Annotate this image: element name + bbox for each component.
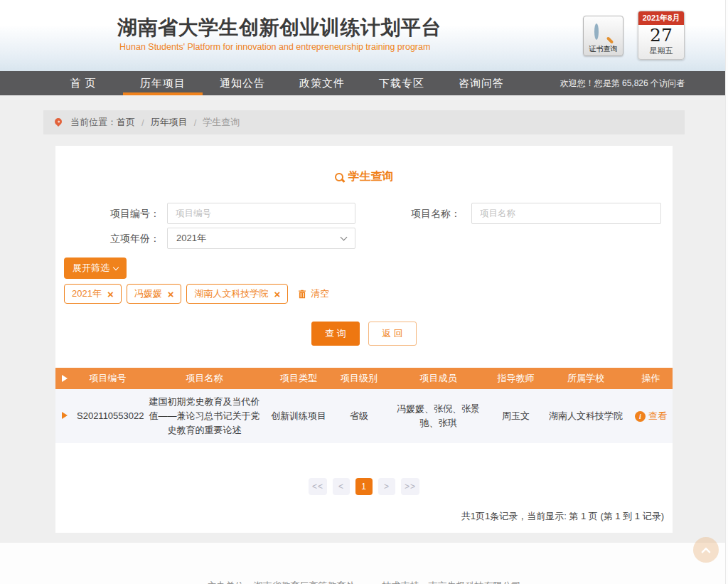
cell-advisor: 周玉文: [489, 389, 542, 443]
pagination-next[interactable]: >: [378, 478, 395, 495]
filter-tags: 2021年 × 冯媛媛 × 湖南人文科技学院 × 清空: [64, 284, 673, 304]
chevron-down-icon: [341, 234, 348, 241]
trash-icon: [297, 289, 307, 299]
calendar-widget: 2021年8月 27 星期五: [638, 11, 685, 60]
header-widgets: 证书查询 2021年8月 27 星期五: [583, 11, 685, 60]
calendar-weekday: 星期五: [638, 46, 684, 59]
expand-filter-label: 展开筛选: [73, 262, 109, 275]
col-project-level: 项目级别: [331, 368, 387, 389]
footer-host: 主办单位：湖南省教育厅高等教育处: [208, 580, 355, 584]
table-row: S202110553022 建国初期党史教育及当代价值——兼论习总书记关于党史教…: [55, 389, 673, 443]
cell-project-level: 省级: [331, 389, 387, 443]
page-background: 当前位置： 首页 / 历年项目 / 学生查询 学生查询 项目编号： 项目名称： …: [0, 95, 728, 543]
pagination-prev[interactable]: <: [333, 478, 350, 495]
back-button[interactable]: 返 回: [368, 322, 417, 346]
breadcrumb-past-projects[interactable]: 历年项目: [151, 116, 188, 129]
close-icon[interactable]: ×: [274, 290, 280, 299]
magnifier-icon: [594, 26, 613, 44]
close-icon[interactable]: ×: [168, 290, 174, 299]
breadcrumb-separator: /: [194, 117, 197, 128]
breadcrumb-current: 学生查询: [203, 116, 240, 129]
chevron-down-icon: [113, 265, 119, 270]
filter-tag-label: 冯媛媛: [134, 287, 162, 300]
year-select[interactable]: 2021年: [167, 228, 355, 249]
record-summary: 共1页1条记录，当前显示: 第 1 页 (第 1 到 1 记录): [55, 510, 673, 523]
expand-column-header: [55, 368, 73, 389]
triangle-right-icon: [62, 375, 68, 382]
breadcrumb-home[interactable]: 首页: [117, 116, 135, 129]
clear-filters-label: 清空: [311, 287, 329, 300]
filter-tag-label: 2021年: [72, 287, 102, 300]
breadcrumb-prefix: 当前位置：: [70, 116, 117, 129]
nav-item-qa[interactable]: 咨询问答: [441, 71, 521, 95]
back-to-top-button[interactable]: [693, 537, 719, 563]
calendar-month: 2021年8月: [638, 11, 684, 25]
col-actions: 操作: [629, 368, 673, 389]
view-detail-link[interactable]: i 查看: [635, 409, 667, 423]
project-no-input[interactable]: [167, 203, 355, 224]
table-header-row: 项目编号 项目名称 项目类型 项目级别 项目成员 指导教师 所属学校 操作: [55, 368, 673, 389]
project-no-label: 项目编号：: [55, 203, 160, 224]
year-select-value: 2021年: [176, 232, 206, 245]
project-name-label: 项目名称：: [355, 203, 461, 224]
page-scrollbar[interactable]: [725, 0, 728, 584]
clear-filters-button[interactable]: 清空: [297, 287, 329, 300]
main-nav: 首 页 历年项目 通知公告 政策文件 下载专区 咨询问答 欢迎您！您是第 65,…: [0, 71, 728, 95]
pagination-page-1[interactable]: 1: [355, 478, 373, 495]
map-pin-icon: [53, 116, 63, 126]
cell-project-name: 建国初期党史教育及当代价值——兼论习总书记关于党史教育的重要论述: [142, 389, 267, 443]
col-school: 所属学校: [542, 368, 629, 389]
pagination-last[interactable]: >>: [401, 478, 419, 495]
query-button[interactable]: 查 询: [311, 322, 360, 346]
nav-item-notices[interactable]: 通知公告: [203, 71, 282, 95]
nav-item-home[interactable]: 首 页: [43, 71, 123, 95]
nav-item-past-projects[interactable]: 历年项目: [123, 71, 203, 95]
form-actions: 查 询 返 回: [55, 322, 673, 346]
breadcrumb-separator: /: [141, 117, 144, 128]
filter-tag-student[interactable]: 冯媛媛 ×: [127, 284, 182, 304]
chevron-up-icon: [701, 546, 711, 556]
nav-item-downloads[interactable]: 下载专区: [362, 71, 441, 95]
cell-project-members: 冯媛媛、张倪、张景驰、张琪: [387, 389, 489, 443]
info-circle-icon: i: [635, 411, 646, 422]
magnifier-icon: [335, 173, 343, 181]
cell-project-type: 创新训练项目: [267, 389, 331, 443]
col-advisor: 指导教师: [489, 368, 542, 389]
calendar-day: 27: [638, 26, 684, 46]
search-form: 项目编号： 项目名称： 立项年份： 2021年: [55, 203, 673, 249]
certificate-query-button[interactable]: 证书查询: [583, 16, 623, 56]
site-header: 湖南省大学生创新创业训练计划平台 Hunan Students' Platfor…: [0, 0, 728, 71]
nav-item-policies[interactable]: 政策文件: [282, 71, 362, 95]
filter-tag-school[interactable]: 湖南人文科技学院 ×: [186, 284, 288, 304]
pagination: << < 1 > >>: [55, 478, 673, 495]
cell-project-code: S202110553022: [73, 389, 142, 443]
section-title: 学生查询: [55, 146, 673, 184]
row-expand-icon[interactable]: [62, 412, 68, 419]
project-name-input[interactable]: [471, 203, 661, 224]
certificate-query-label: 证书查询: [589, 45, 618, 53]
expand-filter-button[interactable]: 展开筛选: [64, 258, 127, 279]
pagination-first[interactable]: <<: [309, 478, 327, 495]
year-label: 立项年份：: [55, 228, 160, 249]
cell-school: 湖南人文科技学院: [542, 389, 629, 443]
footer-support: 技术支持：南京先极科技有限公司: [382, 580, 521, 584]
results-table: 项目编号 项目名称 项目类型 项目级别 项目成员 指导教师 所属学校 操作 S2…: [55, 368, 673, 443]
filter-tag-year[interactable]: 2021年 ×: [64, 284, 122, 304]
filter-tag-label: 湖南人文科技学院: [194, 287, 268, 300]
view-detail-label: 查看: [648, 409, 667, 423]
col-project-name: 项目名称: [142, 368, 267, 389]
visitor-counter: 欢迎您！您是第 65,826 个访问者: [560, 78, 685, 90]
col-project-type: 项目类型: [267, 368, 331, 389]
section-title-text: 学生查询: [348, 169, 394, 184]
col-project-members: 项目成员: [387, 368, 489, 389]
content-panel: 学生查询 项目编号： 项目名称： 立项年份： 2021年 展开筛选: [55, 146, 673, 533]
breadcrumb: 当前位置： 首页 / 历年项目 / 学生查询: [43, 110, 685, 134]
col-project-code: 项目编号: [73, 368, 142, 389]
close-icon[interactable]: ×: [107, 290, 114, 299]
site-footer: 主办单位：湖南省教育厅高等教育处 技术支持：南京先极科技有限公司: [0, 543, 728, 584]
